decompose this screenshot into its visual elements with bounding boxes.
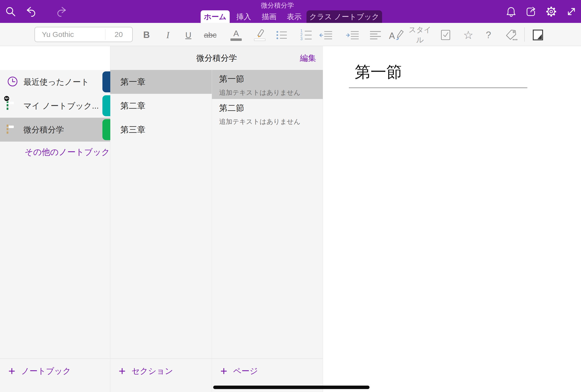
notifications-button[interactable] (506, 6, 517, 17)
pages-panel: 第一節 追加テキストはありません 第二節 追加テキストはありません + ページ (212, 46, 323, 392)
font-size-value[interactable]: 20 (105, 27, 132, 42)
question-mark-icon: ? (486, 30, 491, 40)
notebook-title: 微分積分学 (261, 1, 294, 10)
question-tag-button[interactable]: ? (482, 29, 495, 41)
add-section-button[interactable]: + セクション (119, 365, 173, 377)
share-button[interactable] (525, 6, 537, 17)
bold-button[interactable]: B (140, 29, 153, 41)
edit-button[interactable]: 編集 (300, 46, 316, 70)
search-button[interactable] (5, 6, 16, 17)
bold-icon: B (143, 30, 150, 40)
share-icon (525, 6, 537, 17)
notebook-color-tab (102, 95, 110, 116)
tab-draw[interactable]: 描画 (259, 10, 279, 23)
plus-icon: + (220, 365, 227, 377)
redo-icon (44, 6, 56, 17)
onenote-app: 微分積分学 ホーム 挿入 描画 表示 クラス ノートブック (0, 0, 581, 392)
gear-icon (546, 6, 557, 17)
sync-badge-icon (3, 95, 10, 102)
checkbox-icon (440, 29, 451, 41)
page-item-section1[interactable]: 第一節 追加テキストはありません (212, 70, 323, 99)
numbered-list-icon: 1 2 3 (300, 30, 312, 40)
notebook-color-tab (102, 72, 110, 92)
star-icon: ☆ (463, 29, 473, 41)
sidebar-top-area (0, 46, 110, 70)
page-subtitle: 追加テキストはありません (219, 88, 323, 97)
sidebar-item-my-notebook[interactable]: マイ ノートブック... (0, 94, 110, 118)
page-item-section2[interactable]: 第二節 追加テキストはありません (212, 99, 323, 128)
sidebar-footer: + ノートブック (0, 358, 110, 392)
home-indicator[interactable] (213, 386, 370, 389)
plus-icon: + (8, 365, 15, 377)
toolbar-divider (524, 27, 525, 42)
notebook-sync-icon (7, 100, 19, 112)
add-page-label: ページ (233, 366, 258, 377)
page-title: 第一節 (219, 74, 323, 85)
add-section-label: セクション (131, 366, 173, 377)
strikethrough-button[interactable]: abc (202, 29, 219, 41)
tab-view[interactable]: 表示 (284, 10, 304, 23)
redo-button[interactable] (44, 6, 56, 17)
undo-icon (25, 6, 36, 17)
align-icon (370, 30, 381, 40)
style-icon: A (389, 30, 404, 40)
bullet-list-icon (276, 31, 287, 39)
format-pane-button[interactable] (531, 29, 545, 41)
todo-tag-button[interactable] (439, 29, 453, 41)
sidebar-item-calculus[interactable]: 微分積分学 (0, 118, 110, 142)
tab-insert[interactable]: 挿入 (234, 10, 254, 23)
notebook-color-tab (102, 119, 110, 140)
plus-icon: + (119, 365, 125, 377)
add-notebook-label: ノートブック (21, 366, 71, 377)
tab-home[interactable]: ホーム (201, 10, 230, 23)
bullet-list-button[interactable] (274, 29, 289, 41)
tag-button[interactable] (504, 29, 519, 41)
sidebar-item-recent-notes[interactable]: 最近使ったノート (0, 70, 110, 94)
format-pane-icon (532, 29, 544, 41)
notebook-icon (7, 124, 19, 136)
add-notebook-button[interactable]: + ノートブック (8, 365, 71, 377)
underline-icon: U (185, 30, 191, 40)
highlighter-button[interactable] (252, 29, 268, 41)
add-page-button[interactable]: + ページ (220, 365, 258, 377)
highlighter-icon (254, 29, 265, 41)
font-color-button[interactable]: A (228, 29, 244, 41)
page-list: 第一節 追加テキストはありません 第二節 追加テキストはありません (212, 70, 323, 128)
indent-icon (346, 30, 360, 40)
notebook-header-title: 微分積分学 (110, 46, 323, 70)
style-label: スタイル (407, 25, 433, 45)
font-name-value[interactable]: Yu Gothic (42, 27, 74, 42)
fullscreen-button[interactable] (566, 6, 577, 17)
format-toolbar: Yu Gothic 20 B I U abc A (0, 23, 581, 46)
tab-class-notebook[interactable]: クラス ノートブック (307, 10, 382, 23)
undo-button[interactable] (25, 6, 36, 17)
settings-button[interactable] (546, 6, 557, 17)
italic-icon: I (166, 30, 169, 40)
italic-button[interactable]: I (161, 29, 175, 41)
search-icon (5, 6, 16, 17)
notebook-label: 微分積分学 (23, 118, 64, 142)
numbered-list-button[interactable]: 1 2 3 (298, 29, 313, 41)
page-canvas-title[interactable]: 第一節 (355, 61, 402, 83)
page-subtitle: 追加テキストはありません (219, 117, 323, 126)
indent-button[interactable] (345, 29, 361, 41)
page-canvas[interactable]: 第一節 (323, 46, 581, 392)
clock-icon (7, 76, 19, 88)
outdent-button[interactable] (318, 29, 334, 41)
important-tag-button[interactable]: ☆ (461, 29, 476, 41)
more-notebooks-link[interactable]: その他のノートブック (25, 146, 110, 158)
section-item-chapter2[interactable]: 第二章 (110, 94, 212, 118)
font-selector[interactable]: Yu Gothic 20 (34, 27, 133, 42)
panel-header: 微分積分学 編集 (110, 46, 323, 70)
section-item-chapter3[interactable]: 第三章 (110, 118, 212, 142)
styles-button[interactable]: A スタイル (389, 29, 433, 41)
alignment-button[interactable] (368, 29, 383, 41)
tag-icon (505, 29, 518, 41)
section-item-chapter1[interactable]: 第一章 (110, 70, 212, 94)
font-color-icon: A (230, 29, 242, 41)
underline-button[interactable]: U (181, 29, 195, 41)
notebooks-sidebar: 最近使ったノート マイ ノートブック... 微分積分学 (0, 46, 110, 392)
page-title: 第二節 (219, 102, 323, 114)
section-list: 第一章 第二章 第三章 (110, 70, 212, 142)
page-title-underline (349, 88, 527, 88)
